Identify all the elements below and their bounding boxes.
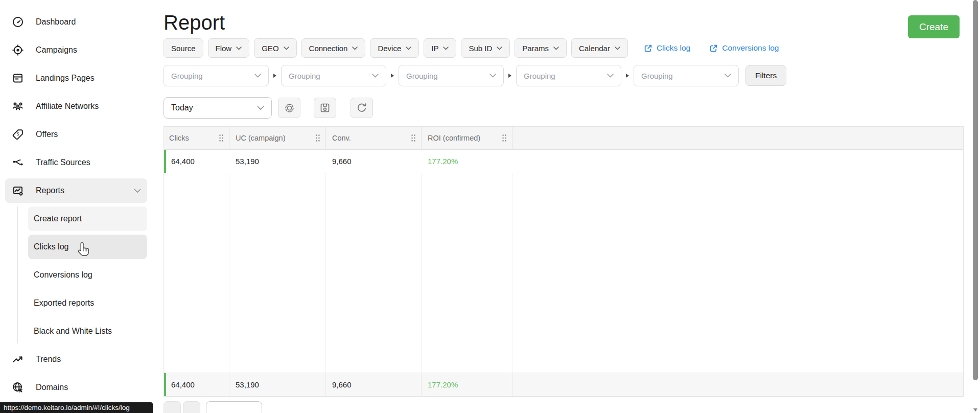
column-label: UC (campaign)	[236, 134, 286, 142]
date-range-value: Today	[171, 103, 193, 112]
chip-label: Flow	[216, 44, 232, 53]
column-header-roi-confirmed[interactable]: ROI (confirmed)	[422, 127, 512, 149]
total-clicks: 64,400	[166, 373, 229, 396]
main-content: Report Create Source Flow GEO Connection…	[153, 0, 980, 413]
chip-label: Device	[378, 44, 401, 53]
chevron-down-icon	[607, 74, 614, 78]
reports-icon	[11, 184, 25, 197]
column-header-clicks[interactable]: Clicks	[164, 127, 229, 149]
conversions-log-link[interactable]: Conversions log	[709, 43, 779, 53]
scrollbar-thumb[interactable]	[973, 0, 978, 380]
sidebar-item-landings-pages[interactable]: Landings Pages	[5, 66, 147, 90]
sub-item-label: Exported reports	[34, 299, 94, 308]
sidebar-item-exported-reports[interactable]: Exported reports	[28, 291, 147, 315]
filter-chip-sub-id[interactable]: Sub ID	[461, 38, 510, 58]
drag-handle-icon[interactable]	[502, 134, 507, 142]
refresh-icon	[356, 102, 367, 113]
grouping-select-2[interactable]: Grouping	[281, 65, 386, 86]
grouping-select-3[interactable]: Grouping	[399, 65, 504, 86]
sidebar-item-dashboard[interactable]: Dashboard	[5, 10, 147, 34]
sidebar-item-reports[interactable]: Reports	[5, 178, 147, 203]
submenu-indent-line	[17, 206, 18, 343]
grouping-select-5[interactable]: Grouping	[634, 65, 739, 86]
drag-handle-icon[interactable]	[219, 134, 224, 142]
reports-submenu: Create report Clicks log Conversions log…	[0, 206, 153, 343]
date-range-select[interactable]: Today	[164, 97, 272, 119]
column-label: ROI (confirmed)	[428, 134, 480, 142]
sub-item-label: Conversions log	[34, 270, 92, 280]
table-header: Clicks UC (campaign) Conv. ROI (confirme…	[164, 127, 963, 150]
spacer-cell	[164, 173, 229, 373]
grouping-select-1[interactable]: Grouping	[164, 65, 269, 86]
grouping-placeholder: Grouping	[524, 72, 555, 80]
grouping-placeholder: Grouping	[641, 72, 673, 80]
sidebar-item-label: Reports	[36, 186, 64, 195]
save-report-button[interactable]	[314, 98, 336, 118]
filter-chip-geo[interactable]: GEO	[254, 38, 296, 58]
cell-clicks: 64,400	[166, 150, 229, 173]
sidebar-item-label: Trends	[36, 355, 61, 364]
sidebar-item-conversions-log[interactable]: Conversions log	[28, 263, 147, 287]
column-label: Conv.	[332, 134, 351, 142]
create-button[interactable]: Create	[908, 15, 960, 38]
grouping-placeholder: Grouping	[171, 72, 203, 80]
status-bar-url: https://demo.keitaro.io/admin/#!/clicks/…	[4, 404, 130, 411]
sub-item-label: Clicks log	[34, 242, 68, 251]
total-empty	[512, 373, 963, 396]
total-roi-confirmed: 177.20%	[422, 373, 512, 396]
refresh-button[interactable]	[351, 98, 373, 118]
sidebar: Dashboard Campaigns Landings Pages Affil…	[0, 0, 153, 413]
chip-label: IP	[431, 44, 438, 53]
report-toolbar: Today	[164, 97, 980, 119]
filter-chip-ip[interactable]: IP	[424, 38, 456, 58]
sidebar-item-traffic-sources[interactable]: Traffic Sources	[5, 150, 147, 175]
clicks-log-link[interactable]: Clicks log	[644, 43, 690, 53]
total-conversions: 9,660	[326, 373, 422, 396]
drag-handle-icon[interactable]	[315, 134, 320, 142]
chevron-down-icon	[497, 47, 502, 50]
table-footer-totals: 64,400 53,190 9,660 177.20%	[164, 373, 963, 396]
chip-label: GEO	[262, 44, 278, 53]
pagination-prev-button[interactable]	[164, 401, 181, 413]
sidebar-item-domains[interactable]: Domains	[5, 375, 147, 400]
chevron-down-icon	[615, 47, 620, 50]
filter-chip-flow[interactable]: Flow	[208, 38, 250, 58]
chip-label: Connection	[309, 44, 348, 53]
page-scrollbar[interactable]	[972, 0, 980, 413]
chevron-down-icon	[553, 47, 559, 50]
filter-chip-calendar[interactable]: Calendar	[571, 38, 628, 58]
dashboard-icon	[11, 15, 25, 29]
sidebar-item-black-white-lists[interactable]: Black and White Lists	[28, 319, 147, 343]
settings-button[interactable]	[278, 98, 300, 118]
chip-label: Params	[522, 44, 549, 53]
column-header-uc-campaign[interactable]: UC (campaign)	[229, 127, 326, 149]
filter-chip-device[interactable]: Device	[370, 38, 419, 58]
filter-chip-source[interactable]: Source	[164, 38, 203, 58]
chevron-down-icon	[236, 47, 242, 50]
sidebar-item-trends[interactable]: Trends	[5, 347, 147, 372]
filters-button[interactable]: Filters	[745, 65, 786, 86]
spacer-cell	[326, 173, 422, 373]
grouping-select-4[interactable]: Grouping	[516, 65, 621, 86]
sidebar-item-clicks-log[interactable]: Clicks log	[28, 235, 147, 259]
filter-chip-params[interactable]: Params	[515, 38, 567, 58]
domains-icon	[11, 381, 25, 394]
affiliate-networks-icon	[11, 100, 25, 113]
cell-uc-campaign: 53,190	[229, 150, 326, 173]
total-uc-campaign: 53,190	[229, 373, 326, 396]
table-row[interactable]: 64,400 53,190 9,660 177.20%	[164, 150, 963, 173]
scrollbar-down-arrow-icon[interactable]	[973, 408, 977, 411]
page-size-select[interactable]	[206, 401, 262, 413]
drag-handle-icon[interactable]	[411, 134, 416, 142]
sidebar-item-affiliate-networks[interactable]: Affiliate Networks	[5, 94, 147, 119]
grouping-arrow-separator-icon	[391, 74, 394, 78]
sidebar-item-create-report[interactable]: Create report	[28, 206, 147, 231]
chevron-down-icon	[372, 74, 379, 78]
cell-empty	[512, 150, 963, 173]
filter-chip-connection[interactable]: Connection	[301, 38, 366, 58]
gear-icon	[284, 102, 295, 114]
pagination-next-button[interactable]	[183, 401, 200, 413]
sidebar-item-offers[interactable]: $ Offers	[5, 122, 147, 147]
sidebar-item-campaigns[interactable]: Campaigns	[5, 38, 147, 62]
column-header-conversions[interactable]: Conv.	[326, 127, 422, 149]
